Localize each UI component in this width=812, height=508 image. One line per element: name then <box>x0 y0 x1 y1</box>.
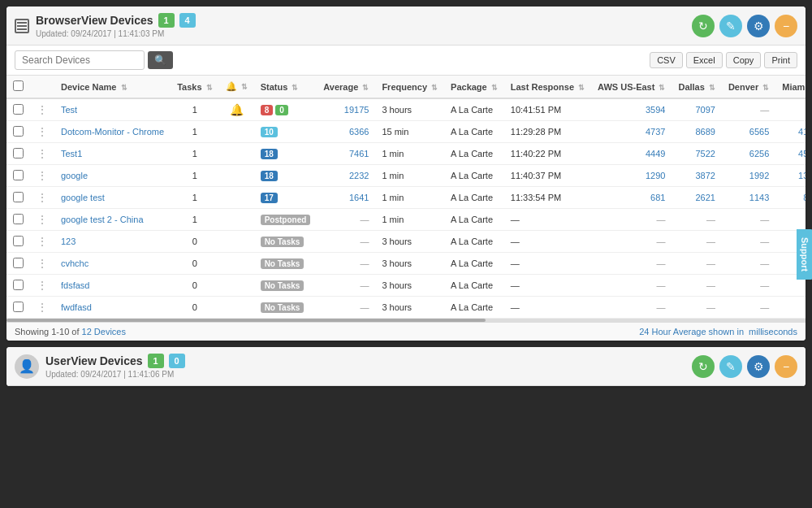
row-menu-cell[interactable]: ⋮ <box>30 253 54 275</box>
user-settings-button[interactable]: ⚙ <box>747 355 770 378</box>
menu-dots-icon[interactable]: ⋮ <box>37 213 48 226</box>
row-denver: — <box>722 231 775 253</box>
col-header-package[interactable]: Package ⇅ <box>444 76 504 98</box>
col-header-denver[interactable]: Denver ⇅ <box>722 76 775 98</box>
menu-dots-icon[interactable]: ⋮ <box>37 257 48 270</box>
row-bell <box>219 209 254 231</box>
row-menu-cell[interactable]: ⋮ <box>30 98 54 121</box>
row-device-name[interactable]: Test1 <box>54 143 171 165</box>
device-name-link[interactable]: Test <box>61 105 77 115</box>
row-denver: — <box>722 297 775 319</box>
row-checkbox-cell <box>6 98 30 121</box>
menu-dots-icon[interactable]: ⋮ <box>37 191 48 204</box>
row-menu-cell[interactable]: ⋮ <box>30 187 54 209</box>
refresh-button[interactable]: ↻ <box>692 15 715 37</box>
search-input[interactable] <box>15 50 145 70</box>
menu-dots-icon[interactable]: ⋮ <box>37 235 48 248</box>
row-device-name[interactable]: fwdfasd <box>54 297 171 319</box>
row-device-name[interactable]: 123 <box>54 231 171 253</box>
row-checkbox[interactable] <box>13 126 24 137</box>
menu-dots-icon[interactable]: ⋮ <box>37 301 48 314</box>
col-header-frequency[interactable]: Frequency ⇅ <box>375 76 444 98</box>
settings-button[interactable]: ⚙ <box>747 15 770 37</box>
search-button[interactable]: 🔍 <box>148 51 173 69</box>
support-tab[interactable]: Support <box>797 228 812 279</box>
device-name-link[interactable]: google <box>61 171 88 180</box>
table-row: ⋮Test1🔔8 0191753 hoursA La Carte10:41:51… <box>6 98 806 121</box>
status-badge-red: 8 <box>261 105 274 115</box>
row-menu-cell[interactable]: ⋮ <box>30 121 54 143</box>
device-name-link[interactable]: cvhchc <box>61 258 89 268</box>
row-denver: — <box>722 98 775 121</box>
row-menu-cell[interactable]: ⋮ <box>30 231 54 253</box>
row-device-name[interactable]: google <box>54 165 171 187</box>
user-remove-button[interactable]: − <box>775 355 797 378</box>
user-refresh-button[interactable]: ↻ <box>692 355 715 378</box>
menu-dots-icon[interactable]: ⋮ <box>37 169 48 182</box>
footer-device-count[interactable]: 12 Devices <box>82 327 126 336</box>
footer-avg: 24 Hour Average shown in milliseconds <box>639 327 797 336</box>
row-device-name[interactable]: Dotcom-Monitor - Chrome <box>54 121 171 143</box>
col-header-check[interactable] <box>6 76 30 98</box>
row-device-name[interactable]: Test <box>54 98 171 121</box>
row-frequency: 1 min <box>375 187 444 209</box>
print-button[interactable]: Print <box>764 52 797 68</box>
row-dallas: 7522 <box>672 143 721 165</box>
device-name-link[interactable]: fdsfasd <box>61 280 89 290</box>
row-miami: — <box>775 209 806 231</box>
devices-table-container[interactable]: Device Name ⇅ Tasks ⇅ 🔔 ⇅ Status ⇅ Avera… <box>6 76 806 319</box>
row-checkbox[interactable] <box>13 302 24 312</box>
row-package: A La Carte <box>444 121 504 143</box>
menu-dots-icon[interactable]: ⋮ <box>37 103 48 116</box>
col-header-last-response[interactable]: Last Response ⇅ <box>504 76 591 98</box>
menu-dots-icon[interactable]: ⋮ <box>37 125 48 138</box>
row-last-response: — <box>504 209 591 231</box>
row-checkbox[interactable] <box>13 104 24 115</box>
row-menu-cell[interactable]: ⋮ <box>30 275 54 297</box>
row-device-name[interactable]: google test <box>54 187 171 209</box>
row-package: A La Carte <box>444 231 504 253</box>
device-name-link[interactable]: fwdfasd <box>61 302 92 312</box>
col-header-device-name[interactable]: Device Name ⇅ <box>54 76 171 98</box>
col-header-dallas[interactable]: Dallas ⇅ <box>672 76 721 98</box>
device-name-link[interactable]: 123 <box>61 237 76 246</box>
row-checkbox[interactable] <box>13 258 24 268</box>
device-name-link[interactable]: google test 2 - China <box>61 215 144 224</box>
device-name-link[interactable]: Dotcom-Monitor - Chrome <box>61 127 164 137</box>
menu-dots-icon[interactable]: ⋮ <box>37 147 48 160</box>
row-device-name[interactable]: cvhchc <box>54 253 171 275</box>
row-checkbox[interactable] <box>13 170 24 180</box>
select-all-checkbox[interactable] <box>13 80 24 91</box>
copy-button[interactable]: Copy <box>726 52 762 68</box>
remove-button[interactable]: − <box>775 15 797 37</box>
row-menu-cell[interactable]: ⋮ <box>30 143 54 165</box>
row-checkbox[interactable] <box>13 236 24 246</box>
user-edit-button[interactable]: ✎ <box>719 355 742 378</box>
table-row: ⋮Test111874611 minA La Carte11:40:22 PM4… <box>6 143 806 165</box>
col-header-aws-us-east[interactable]: AWS US-East ⇅ <box>591 76 672 98</box>
edit-button[interactable]: ✎ <box>719 15 742 37</box>
row-device-name[interactable]: fdsfasd <box>54 275 171 297</box>
row-device-name[interactable]: google test 2 - China <box>54 209 171 231</box>
row-menu-cell[interactable]: ⋮ <box>30 297 54 319</box>
row-menu-cell[interactable]: ⋮ <box>30 209 54 231</box>
row-frequency: 3 hours <box>375 253 444 275</box>
row-package: A La Carte <box>444 275 504 297</box>
col-header-average[interactable]: Average ⇅ <box>317 76 375 98</box>
col-header-miami[interactable]: Miami ⇅ <box>775 76 806 98</box>
col-header-status[interactable]: Status ⇅ <box>254 76 317 98</box>
row-checkbox[interactable] <box>13 148 24 158</box>
devices-table: Device Name ⇅ Tasks ⇅ 🔔 ⇅ Status ⇅ Avera… <box>6 76 806 319</box>
col-header-tasks[interactable]: Tasks ⇅ <box>171 76 218 98</box>
row-menu-cell[interactable]: ⋮ <box>30 165 54 187</box>
row-checkbox[interactable] <box>13 280 24 290</box>
device-name-link[interactable]: google test <box>61 193 105 202</box>
row-checkbox[interactable] <box>13 214 24 224</box>
row-checkbox-cell <box>6 253 30 275</box>
device-name-link[interactable]: Test1 <box>61 149 82 158</box>
row-aws-us-east: — <box>591 275 672 297</box>
row-checkbox[interactable] <box>13 192 24 202</box>
menu-dots-icon[interactable]: ⋮ <box>37 279 48 292</box>
excel-button[interactable]: Excel <box>686 52 723 68</box>
csv-button[interactable]: CSV <box>650 52 683 68</box>
